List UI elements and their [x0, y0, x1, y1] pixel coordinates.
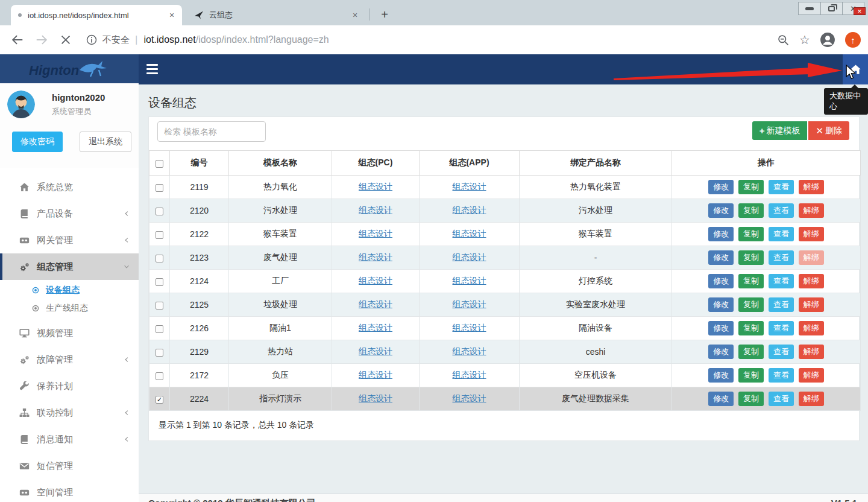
- pc-design-link[interactable]: 组态设计: [359, 276, 392, 285]
- edit-button[interactable]: 修改: [708, 227, 734, 241]
- row-checkbox[interactable]: [156, 396, 163, 404]
- table-row[interactable]: 2129 热力站 组态设计 组态设计 ceshi 修改 复制 查看 解绑: [149, 340, 861, 364]
- copy-button[interactable]: 复制: [738, 227, 764, 241]
- view-button[interactable]: 查看: [769, 321, 794, 335]
- row-checkbox[interactable]: [156, 278, 163, 286]
- window-minimize-button[interactable]: [799, 2, 820, 14]
- row-checkbox[interactable]: [156, 325, 163, 333]
- copy-button[interactable]: 复制: [738, 297, 764, 312]
- browser-profile-avatar[interactable]: [820, 32, 835, 48]
- sidebar-item-system-overview[interactable]: 系统总览: [0, 174, 139, 200]
- sidebar-subitem-device-config[interactable]: 设备组态: [0, 281, 139, 299]
- table-row[interactable]: 2119 热力氧化 组态设计 组态设计 热力氧化装置 修改 复制 查看 解绑: [149, 176, 861, 199]
- sidebar-item-configuration[interactable]: 组态管理: [0, 253, 139, 280]
- copy-button[interactable]: 复制: [738, 345, 764, 359]
- sidebar-subitem-line-config[interactable]: 生产线组态: [0, 299, 139, 317]
- unbind-button[interactable]: 解绑: [799, 368, 824, 383]
- select-all-checkbox[interactable]: [156, 160, 163, 168]
- edit-button[interactable]: 修改: [708, 368, 734, 383]
- sidebar-item-gateways[interactable]: 网关管理: [0, 227, 139, 253]
- app-design-link[interactable]: 组态设计: [453, 370, 486, 380]
- unbind-button[interactable]: 解绑: [799, 321, 824, 335]
- browser-update-icon[interactable]: ↑: [845, 32, 861, 48]
- edit-button[interactable]: 修改: [708, 274, 734, 288]
- pc-design-link[interactable]: 组态设计: [359, 370, 392, 380]
- view-button[interactable]: 查看: [769, 297, 794, 312]
- app-design-link[interactable]: 组态设计: [453, 205, 486, 215]
- unbind-button[interactable]: 解绑: [799, 227, 824, 241]
- big-data-center-home-button[interactable]: [843, 54, 868, 84]
- copy-button[interactable]: 复制: [738, 368, 764, 383]
- row-checkbox[interactable]: [156, 231, 163, 239]
- zoom-out-icon[interactable]: [777, 34, 790, 46]
- browser-tab-active[interactable]: iot.idosp.net/idosp/index.html ×: [11, 5, 182, 25]
- view-button[interactable]: 查看: [769, 274, 794, 288]
- sidebar-item-sms[interactable]: 短信管理: [0, 453, 139, 479]
- table-row[interactable]: 2124 工厂 组态设计 组态设计 灯控系统 修改 复制 查看 解绑: [149, 270, 861, 293]
- edit-button[interactable]: 修改: [708, 297, 734, 312]
- row-checkbox[interactable]: [156, 208, 163, 215]
- row-checkbox[interactable]: [156, 372, 163, 380]
- table-row[interactable]: 2123 废气处理 组态设计 组态设计 - 修改 复制 查看 解绑: [149, 246, 861, 270]
- address-url[interactable]: iot.idosp.net/idosp/index.html?language=…: [143, 34, 329, 45]
- tab-close-icon[interactable]: ×: [166, 10, 177, 21]
- view-button[interactable]: 查看: [769, 227, 794, 241]
- new-tab-button[interactable]: +: [376, 6, 393, 23]
- table-row[interactable]: 2172 负压 组态设计 组态设计 空压机设备 修改 复制 查看 解绑: [149, 364, 861, 387]
- row-checkbox[interactable]: [156, 255, 163, 262]
- window-close-button[interactable]: ✕ ✕: [842, 2, 864, 14]
- unbind-button[interactable]: 解绑: [799, 392, 824, 406]
- table-row[interactable]: 2224 指示灯演示 组态设计 组态设计 废气处理数据采集 修改 复制 查看 解…: [149, 387, 861, 411]
- app-design-link[interactable]: 组态设计: [453, 323, 486, 332]
- edit-button[interactable]: 修改: [708, 250, 734, 265]
- sidebar-item-notifications[interactable]: 消息通知: [0, 426, 139, 453]
- edit-button[interactable]: 修改: [708, 321, 734, 335]
- app-design-link[interactable]: 组态设计: [453, 229, 486, 238]
- unbind-button[interactable]: 解绑: [799, 203, 824, 218]
- edit-button[interactable]: 修改: [708, 203, 734, 218]
- copy-button[interactable]: 复制: [738, 321, 764, 335]
- sidebar-item-faults[interactable]: 故障管理: [0, 346, 139, 373]
- stop-loading-icon[interactable]: [59, 33, 72, 46]
- hamburger-menu-icon[interactable]: [146, 64, 158, 74]
- sidebar-item-products[interactable]: 产品设备: [0, 200, 139, 227]
- app-design-link[interactable]: 组态设计: [453, 299, 486, 309]
- table-row[interactable]: 2120 污水处理 组态设计 组态设计 污水处理 修改 复制 查看 解绑: [149, 199, 861, 223]
- edit-button[interactable]: 修改: [708, 392, 734, 406]
- change-password-button[interactable]: 修改密码: [12, 132, 63, 152]
- pc-design-link[interactable]: 组态设计: [359, 252, 392, 262]
- unbind-button[interactable]: 解绑: [799, 180, 824, 194]
- view-button[interactable]: 查看: [769, 345, 794, 359]
- copy-button[interactable]: 复制: [738, 274, 764, 288]
- sidebar-item-linkage[interactable]: 联动控制: [0, 399, 139, 426]
- search-input[interactable]: [157, 121, 266, 142]
- table-row[interactable]: 2122 猴车装置 组态设计 组态设计 猴车装置 修改 复制 查看 解绑: [149, 223, 861, 246]
- unbind-button[interactable]: 解绑: [799, 250, 824, 265]
- copy-button[interactable]: 复制: [738, 250, 764, 265]
- copy-button[interactable]: 复制: [738, 392, 764, 406]
- app-design-link[interactable]: 组态设计: [453, 276, 486, 285]
- app-design-link[interactable]: 组态设计: [453, 252, 486, 262]
- edit-button[interactable]: 修改: [708, 345, 734, 359]
- view-button[interactable]: 查看: [769, 368, 794, 383]
- app-design-link[interactable]: 组态设计: [453, 346, 486, 356]
- sidebar-item-video[interactable]: 视频管理: [0, 320, 139, 346]
- pc-design-link[interactable]: 组态设计: [359, 229, 392, 238]
- table-row[interactable]: 2126 隔油1 组态设计 组态设计 隔油设备 修改 复制 查看 解绑: [149, 317, 861, 340]
- view-button[interactable]: 查看: [769, 203, 794, 218]
- logout-button[interactable]: 退出系统: [80, 132, 131, 152]
- window-restore-button[interactable]: [820, 2, 842, 14]
- row-checkbox[interactable]: [156, 302, 163, 310]
- sidebar-item-space[interactable]: 空间管理: [0, 479, 139, 502]
- copy-button[interactable]: 复制: [738, 203, 764, 218]
- pc-design-link[interactable]: 组态设计: [359, 346, 392, 356]
- pc-design-link[interactable]: 组态设计: [359, 205, 392, 215]
- back-icon[interactable]: [11, 33, 24, 46]
- site-security-indicator[interactable]: 不安全 |: [86, 34, 143, 46]
- copy-button[interactable]: 复制: [738, 180, 764, 194]
- forward-icon[interactable]: [35, 33, 48, 46]
- view-button[interactable]: 查看: [769, 392, 794, 406]
- view-button[interactable]: 查看: [769, 180, 794, 194]
- pc-design-link[interactable]: 组态设计: [359, 393, 392, 403]
- pc-design-link[interactable]: 组态设计: [359, 323, 392, 332]
